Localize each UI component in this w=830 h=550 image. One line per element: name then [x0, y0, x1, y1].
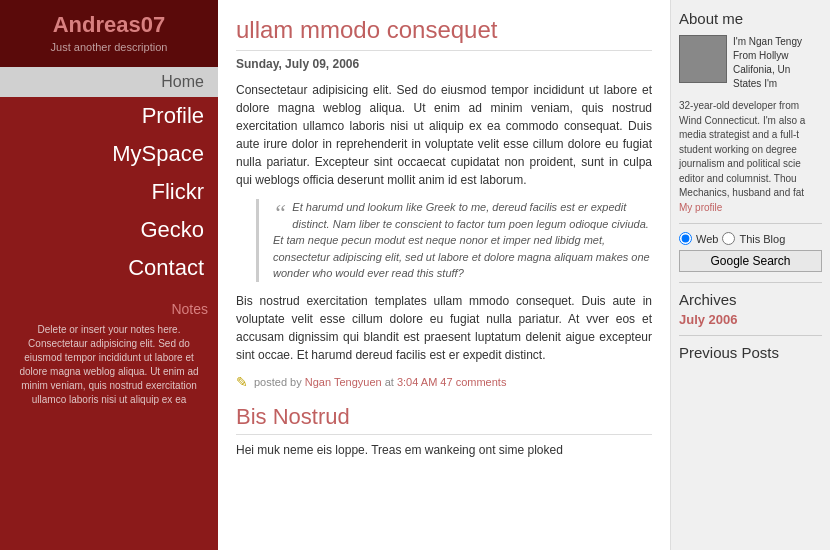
nav-item-flickr[interactable]: Flickr [0, 173, 218, 211]
avatar [679, 35, 727, 83]
prev-posts-title: Previous Posts [679, 344, 822, 361]
search-blog-radio[interactable] [722, 232, 735, 245]
search-web-radio[interactable] [679, 232, 692, 245]
post1-footer-text: posted by Ngan Tengyuen at 3:04 AM 47 co… [254, 376, 506, 388]
time-link[interactable]: 3:04 AM [397, 376, 437, 388]
about-full-text: 32-year-old developer from Wind Connecti… [679, 99, 822, 215]
sidebar: Andreas07 Just another description Home … [0, 0, 218, 550]
right-sidebar: About me I'm Ngan Tengy From Hollyw Cali… [670, 0, 830, 550]
search-radio-row: Web This Blog [679, 232, 822, 245]
site-title: Andreas07 [10, 12, 208, 38]
nav-item-profile[interactable]: Profile [0, 97, 218, 135]
my-profile-link[interactable]: My profile [679, 202, 722, 213]
post1-title: ullam mmodo consequet [236, 16, 652, 51]
notes-section: Notes Delete or insert your notes here. … [0, 291, 218, 417]
pencil-icon: ✎ [236, 374, 248, 390]
site-subtitle: Just another description [10, 41, 208, 53]
home-nav-item[interactable]: Home [0, 67, 218, 97]
notes-title: Notes [10, 301, 208, 317]
nav-item-myspace[interactable]: MySpace [0, 135, 218, 173]
quote-mark-icon: “ [273, 195, 286, 231]
archives-title: Archives [679, 291, 822, 308]
post1-footer: ✎ posted by Ngan Tengyuen at 3:04 AM 47 … [236, 374, 652, 390]
divider2 [679, 282, 822, 283]
site-header: Andreas07 Just another description [0, 0, 218, 67]
post2-title: Bis Nostrud [236, 404, 652, 435]
post2-body: Hei muk neme eis loppe. Treas em wankein… [236, 441, 652, 459]
post1-body1: Consectetaur adipisicing elit. Sed do ei… [236, 81, 652, 189]
about-title: About me [679, 10, 822, 27]
post1-blockquote: “ Et harumd und lookum like Greek to me,… [256, 199, 652, 282]
archives-july-link[interactable]: July 2006 [679, 312, 822, 327]
notes-text: Delete or insert your notes here. Consec… [10, 323, 208, 407]
comments-link[interactable]: 47 comments [440, 376, 506, 388]
post1-blockquote-text: Et harumd und lookum like Greek to me, d… [273, 201, 650, 279]
divider3 [679, 335, 822, 336]
post1-body2: Bis nostrud exercitation templates ullam… [236, 292, 652, 364]
nav-item-contact[interactable]: Contact [0, 249, 218, 287]
google-search-button[interactable]: Google Search [679, 250, 822, 272]
main-content: ullam mmodo consequet Sunday, July 09, 2… [218, 0, 670, 550]
author-link[interactable]: Ngan Tengyuen [305, 376, 382, 388]
divider1 [679, 223, 822, 224]
search-web-label: Web [696, 233, 718, 245]
nav-item-gecko[interactable]: Gecko [0, 211, 218, 249]
post1-date: Sunday, July 09, 2006 [236, 57, 652, 71]
search-section: Web This Blog Google Search [679, 232, 822, 272]
search-blog-label: This Blog [739, 233, 785, 245]
about-card: I'm Ngan Tengy From Hollyw Califonia, Un… [679, 35, 822, 91]
about-snippet: I'm Ngan Tengy From Hollyw Califonia, Un… [733, 35, 802, 91]
